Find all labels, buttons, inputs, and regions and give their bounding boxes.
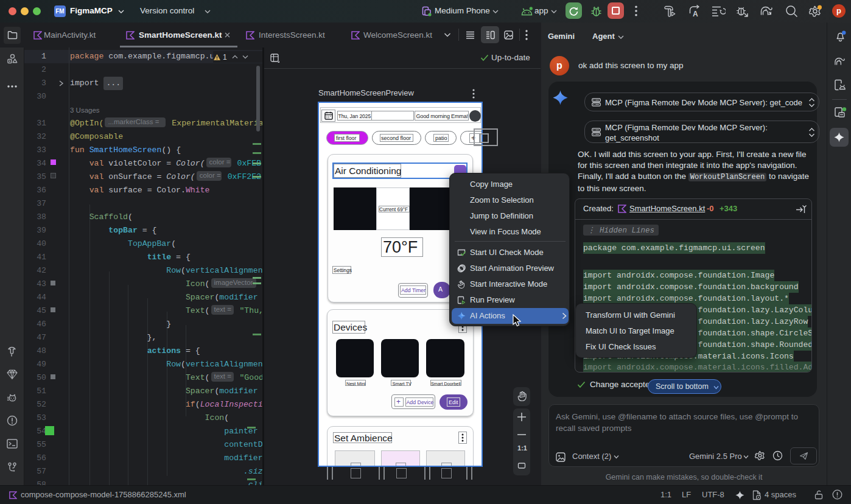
- svg-text:A: A: [693, 10, 698, 18]
